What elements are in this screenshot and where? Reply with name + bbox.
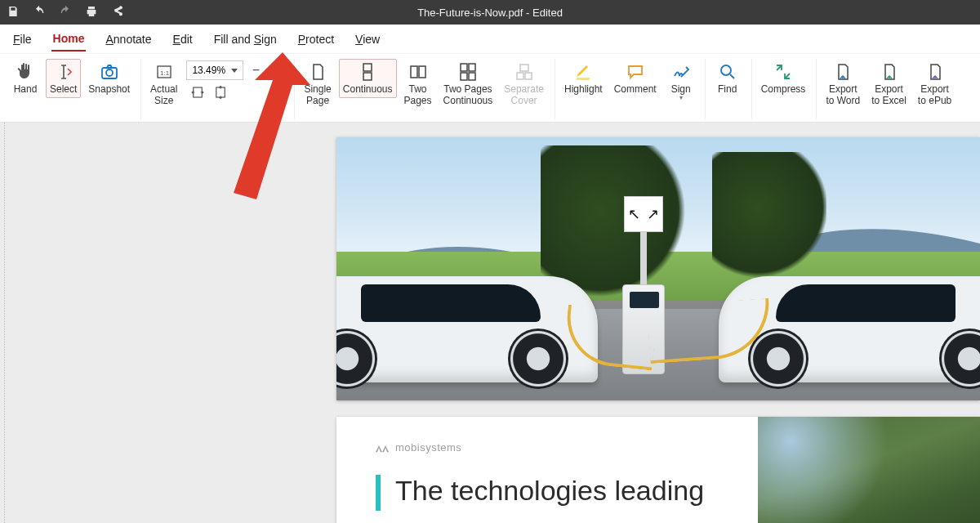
svg-text:1:1: 1:1 [160,69,170,77]
print-icon[interactable] [85,5,98,20]
zoom-out-button[interactable]: − [247,61,265,79]
ribbon-group-annotate: Highlight Comment Sign ▾ [560,59,706,120]
svg-rect-12 [520,65,528,71]
svg-point-1 [106,69,113,76]
page2-side-image [758,417,980,523]
highlighter-icon [573,61,593,83]
share-icon[interactable] [111,5,124,20]
zoom-value: 13.49% [192,65,225,76]
export-excel-button[interactable]: Export to Excel [867,59,911,110]
signature-icon [671,61,691,83]
menu-view[interactable]: View [354,28,381,51]
fit-width-icon[interactable] [190,85,205,102]
menu-file-label: ile [20,33,32,46]
document-title: The-Future-is-Now.pdf - Edited [417,7,563,19]
search-icon [718,61,737,83]
quick-access-toolbar [7,5,124,20]
svg-rect-10 [461,73,467,80]
two-pages-continuous-icon [458,61,478,83]
document-hero-image: ↖↗ [336,137,980,400]
document-viewport[interactable]: ↖↗ mobisystems The technologies leading [0,123,980,523]
titlebar: The-Future-is-Now.pdf - Edited [0,0,980,25]
zoom-control: 13.49% − + [185,59,287,104]
chevron-down-icon [231,69,238,73]
svg-rect-13 [517,73,523,79]
svg-rect-15 [577,78,590,80]
svg-rect-5 [216,87,225,97]
brand-mark-icon [376,443,389,453]
panel-splitter[interactable] [0,123,5,523]
svg-rect-11 [469,73,475,80]
highlight-button[interactable]: Highlight [560,59,607,98]
fit-page-icon[interactable] [213,85,228,102]
comment-button[interactable]: Comment [610,59,661,98]
undo-icon[interactable] [33,5,46,20]
page-headline: The technologies leading [395,475,704,507]
export-epub-button[interactable]: Export to ePub [914,59,956,110]
svg-rect-9 [469,64,475,71]
select-tool-button[interactable]: Select [46,59,81,98]
brand-label: mobisystems [395,441,461,454]
actual-size-icon: 1:1 [154,61,174,83]
svg-rect-7 [419,66,425,78]
continuous-icon [358,61,377,83]
cursor-text-icon [54,61,74,83]
export-excel-icon [880,61,899,83]
zoom-level-dropdown[interactable]: 13.49% [186,60,243,80]
sign-button[interactable]: Sign ▾ [664,59,698,104]
svg-rect-8 [461,64,467,71]
menu-home[interactable]: Home [51,27,87,51]
document-page-2: mobisystems The technologies leading [336,417,980,523]
compress-button[interactable]: Compress [757,59,810,98]
chevron-down-icon: ▾ [679,94,683,101]
ribbon-group-compress: Compress [757,59,817,120]
car-left-illustration [336,276,598,382]
camera-icon [100,61,119,83]
comment-icon [626,61,645,83]
separate-cover-button: Separate Cover [500,59,548,110]
two-pages-continuous-button[interactable]: Two Pages Continuous [439,59,497,110]
single-page-icon [308,61,327,83]
snapshot-button[interactable]: Snapshot [84,59,134,98]
redo-icon[interactable] [59,5,72,20]
actual-size-button[interactable]: 1:1 Actual Size [146,59,181,110]
ribbon-toolbar: Hand Select Snapshot 1:1 Actual Size 13.… [0,54,980,123]
page-area: ↖↗ mobisystems The technologies leading [336,137,980,523]
svg-rect-14 [525,73,532,79]
ribbon-group-tools: Hand Select Snapshot [8,59,141,120]
export-word-button[interactable]: Export to Word [822,59,864,110]
export-epub-icon [925,61,945,83]
menu-annotate[interactable]: Annotate [104,28,153,51]
continuous-button[interactable]: Continuous [339,59,397,98]
heading-accent-bar [376,475,381,511]
hand-icon [16,61,35,83]
menu-protect[interactable]: Protect [296,28,336,51]
hand-tool-button[interactable]: Hand [8,59,42,98]
svg-rect-4 [194,87,203,97]
separate-cover-icon [514,61,534,83]
menu-edit[interactable]: Edit [172,28,194,51]
menu-fill-and-sign[interactable]: Fill and Sign [212,28,278,51]
menubar: File Home Annotate Edit Fill and Sign Pr… [0,25,980,54]
compress-icon [773,61,793,83]
ribbon-group-zoom: 1:1 Actual Size 13.49% − + [146,59,295,120]
export-word-icon [833,61,853,83]
menu-file[interactable]: File [11,28,33,51]
ribbon-group-export: Export to Word Export to Excel Export to… [822,59,962,120]
two-pages-button[interactable]: Two Pages [400,59,436,110]
find-button[interactable]: Find [710,59,745,98]
single-page-button[interactable]: Single Page [300,59,335,110]
ribbon-group-pageview: Single Page Continuous Two Pages Two Pag… [300,59,555,120]
svg-point-16 [721,65,731,75]
svg-rect-6 [411,66,417,78]
save-icon[interactable] [7,5,20,20]
ribbon-group-find: Find [710,59,752,120]
two-pages-icon [408,61,428,83]
